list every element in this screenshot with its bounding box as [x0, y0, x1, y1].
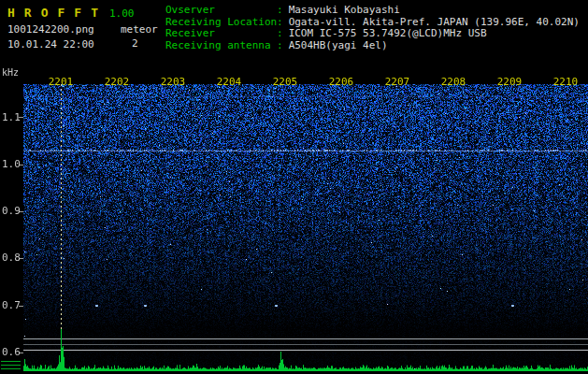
mode-label: meteor — [121, 23, 158, 36]
title-line: HROFFT1.00 — [7, 3, 134, 21]
spectrogram-plot: kHz 220122022203220422052206220722082209… — [0, 67, 588, 374]
time-tick-label-2206: 2206 — [326, 76, 356, 88]
time-tick-label-2204: 2204 — [214, 76, 244, 88]
app-version: 1.00 — [109, 7, 135, 20]
hrofft-output-image: HROFFT1.00 1001242200.png meteor 10.01.2… — [0, 0, 588, 374]
info-row-colon: : — [277, 39, 283, 51]
observation-info: Ovserver:Masayuki KobayashiReceiving Loc… — [165, 5, 580, 51]
time-tick-label-2207: 2207 — [382, 76, 412, 88]
output-filename: 1001242200.png — [7, 23, 94, 36]
datetime-label: 10.01.24 22:00 — [7, 38, 94, 50]
info-row-colon: : — [277, 16, 283, 28]
info-row-3: Receiving antenna:A504HB(yagi 4el) — [165, 40, 580, 52]
info-row-value: Masayuki Kobayashi — [289, 4, 400, 16]
info-row-value: Ogata-vill. Akita-Pref. JAPAN (139.96E, … — [289, 16, 580, 28]
info-row-colon: : — [277, 4, 283, 16]
header: HROFFT1.00 1001242200.png meteor 10.01.2… — [0, 0, 588, 67]
spectrogram-canvas — [0, 67, 588, 374]
info-row-value: ICOM IC-575 53.7492(@LCD)MHz USB — [289, 27, 487, 39]
time-tick-label-2208: 2208 — [438, 76, 468, 88]
time-tick-label-2202: 2202 — [102, 76, 132, 88]
freq-tick-label-0.6: 0.6 — [2, 346, 21, 358]
info-row-colon: : — [277, 27, 283, 39]
freq-tick-label-0.7: 0.7 — [2, 299, 21, 311]
time-tick-label-2201: 2201 — [46, 76, 76, 88]
info-row-label: Receiving antenna — [165, 40, 277, 52]
time-tick-label-2203: 2203 — [158, 76, 188, 88]
info-row-label: Ovserver — [165, 5, 277, 17]
time-tick-label-2205: 2205 — [270, 76, 300, 88]
freq-tick-label-0.9: 0.9 — [2, 205, 21, 217]
freq-unit-label: kHz — [2, 67, 19, 78]
info-row-value: A504HB(yagi 4el) — [289, 39, 388, 51]
freq-tick-label-1.0: 1.0 — [2, 158, 21, 170]
time-tick-label-2209: 2209 — [495, 76, 524, 88]
info-row-label: Receiver — [165, 28, 277, 40]
app-title: HROFFT — [7, 6, 108, 20]
meteor-count: 2 — [132, 37, 138, 50]
time-tick-label-2210: 2210 — [551, 76, 581, 88]
freq-tick-label-0.8: 0.8 — [2, 252, 21, 264]
freq-tick-label-1.1: 1.1 — [2, 111, 21, 123]
